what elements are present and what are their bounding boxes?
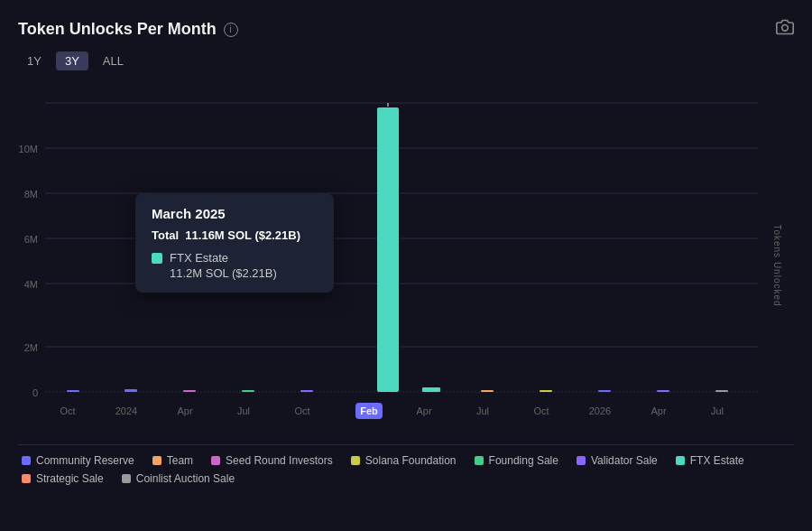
legend-dot-community-reserve	[22, 456, 31, 465]
svg-text:Tokens Unlocked: Tokens Unlocked	[772, 224, 782, 306]
svg-text:Feb: Feb	[360, 405, 378, 416]
svg-rect-36	[540, 390, 552, 392]
legend-label-community-reserve: Community Reserve	[36, 454, 134, 467]
main-container: Token Unlocks Per Month i 1Y 3Y ALL 0 2M	[0, 0, 812, 531]
filter-1y[interactable]: 1Y	[18, 51, 51, 70]
time-filters: 1Y 3Y ALL	[18, 51, 794, 70]
legend-label-validator-sale: Validator Sale	[591, 454, 658, 467]
legend-dot-strategic-sale	[22, 474, 31, 483]
legend-label-team: Team	[167, 454, 193, 467]
svg-rect-39	[715, 390, 728, 392]
legend-label-strategic-sale: Strategic Sale	[36, 472, 104, 485]
legend-community-reserve: Community Reserve	[22, 454, 134, 467]
svg-text:Apr: Apr	[177, 405, 192, 416]
svg-rect-30	[67, 390, 79, 392]
svg-text:Oct: Oct	[60, 405, 75, 416]
svg-point-0	[782, 25, 789, 32]
chart-header: Token Unlocks Per Month i	[18, 18, 794, 41]
svg-rect-34	[300, 390, 313, 392]
chart-legend: Community Reserve Team Seed Round Invest…	[18, 444, 794, 494]
filter-all[interactable]: ALL	[94, 51, 133, 70]
svg-text:Jul: Jul	[711, 405, 724, 416]
svg-text:Jul: Jul	[237, 405, 250, 416]
svg-text:0: 0	[32, 387, 38, 398]
chart-svg: 0 2M 4M 6M 8M 10M Oct 2024 Apr Jul Oct F…	[18, 85, 794, 437]
svg-text:4M: 4M	[24, 279, 38, 290]
svg-text:Apr: Apr	[651, 405, 666, 416]
svg-text:Apr: Apr	[416, 405, 431, 416]
svg-text:Oct: Oct	[533, 405, 549, 416]
legend-strategic-sale: Strategic Sale	[22, 472, 104, 485]
legend-team: Team	[152, 454, 193, 467]
svg-rect-31	[125, 389, 137, 392]
svg-text:2M: 2M	[24, 342, 38, 353]
svg-rect-38	[657, 390, 669, 392]
title-row: Token Unlocks Per Month i	[18, 20, 238, 39]
legend-coinlist-auction: Coinlist Auction Sale	[122, 472, 235, 485]
legend-dot-founding-sale	[475, 456, 484, 465]
legend-dot-validator-sale	[577, 456, 586, 465]
legend-ftx-estate: FTX Estate	[676, 454, 744, 467]
svg-text:2026: 2026	[589, 405, 611, 416]
legend-label-solana-foundation: Solana Foundation	[365, 454, 457, 467]
legend-dot-coinlist-auction	[122, 474, 131, 483]
chart-area: 0 2M 4M 6M 8M 10M Oct 2024 Apr Jul Oct F…	[18, 85, 794, 437]
svg-text:10M: 10M	[19, 144, 38, 154]
svg-rect-32	[183, 390, 196, 392]
svg-rect-28	[377, 107, 399, 392]
legend-dot-seed-round	[211, 456, 220, 465]
svg-text:6M: 6M	[24, 234, 38, 245]
legend-label-coinlist-auction: Coinlist Auction Sale	[136, 472, 235, 485]
legend-seed-round: Seed Round Investors	[211, 454, 333, 467]
legend-dot-solana-foundation	[351, 456, 360, 465]
svg-text:Oct: Oct	[294, 405, 309, 416]
svg-rect-29	[422, 387, 440, 392]
svg-rect-35	[481, 390, 494, 392]
legend-label-founding-sale: Founding Sale	[489, 454, 558, 467]
legend-validator-sale: Validator Sale	[577, 454, 658, 467]
legend-dot-team	[152, 456, 161, 465]
camera-icon[interactable]	[776, 18, 794, 41]
chart-title: Token Unlocks Per Month	[18, 20, 217, 39]
legend-solana-foundation: Solana Foundation	[351, 454, 457, 467]
legend-label-seed-round: Seed Round Investors	[226, 454, 333, 467]
legend-founding-sale: Founding Sale	[475, 454, 558, 467]
svg-rect-33	[242, 390, 254, 392]
svg-text:2024: 2024	[115, 405, 137, 416]
info-icon[interactable]: i	[224, 23, 238, 37]
svg-rect-37	[598, 390, 611, 392]
filter-3y[interactable]: 3Y	[56, 51, 88, 70]
legend-label-ftx-estate: FTX Estate	[690, 454, 744, 467]
svg-text:Jul: Jul	[476, 405, 489, 416]
svg-text:8M: 8M	[24, 189, 38, 200]
legend-dot-ftx-estate	[676, 456, 685, 465]
